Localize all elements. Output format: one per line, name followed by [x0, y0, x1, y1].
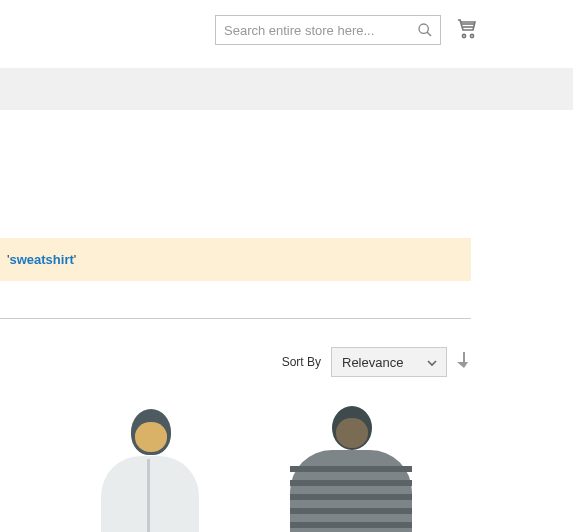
related-search-link[interactable]: sweatshirt [9, 252, 73, 267]
svg-point-4 [462, 34, 465, 37]
sort-direction-button[interactable] [457, 352, 471, 373]
cart-icon [455, 17, 479, 39]
chevron-down-icon [426, 357, 438, 369]
cart-button[interactable] [455, 17, 479, 42]
notice-suffix: ' [74, 252, 76, 267]
product-grid [0, 404, 471, 532]
sort-select-value: Relevance [342, 355, 403, 370]
sorter: Sort By Relevance [0, 347, 471, 377]
svg-line-1 [427, 32, 431, 36]
arrow-down-icon [457, 352, 471, 368]
product-image [81, 404, 241, 532]
header [0, 0, 573, 68]
search-button[interactable] [410, 16, 440, 44]
product-image [276, 404, 436, 532]
search-box [215, 15, 441, 45]
product-item[interactable] [276, 404, 436, 532]
related-search-notice: 'sweatshirt' [0, 238, 471, 281]
search-icon [417, 22, 433, 38]
search-input[interactable] [216, 16, 410, 44]
nav-bar [0, 68, 573, 110]
svg-point-5 [470, 34, 473, 37]
sort-select[interactable]: Relevance [331, 347, 447, 377]
sort-by-label: Sort By [282, 355, 321, 369]
product-item[interactable] [81, 404, 241, 532]
toolbar: Sort By Relevance [0, 318, 471, 377]
svg-point-0 [419, 24, 428, 33]
